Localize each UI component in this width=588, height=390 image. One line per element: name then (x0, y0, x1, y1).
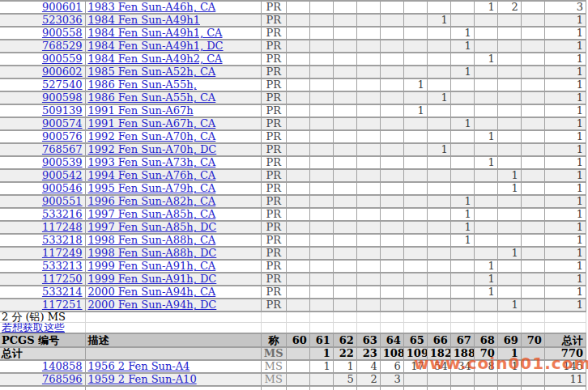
grade-count-cell (380, 40, 403, 53)
description-link[interactable]: 1994 Fen Sun-A76h, CA (88, 169, 216, 181)
grade-count-cell: 2 (356, 373, 380, 386)
pcgs-number-link[interactable]: 117248 (42, 221, 83, 233)
grade-count-cell (403, 312, 427, 323)
pcgs-number-link[interactable]: 768596 (42, 373, 83, 385)
grade-count-cell (403, 208, 427, 221)
pcgs-number-link[interactable]: 509139 (42, 104, 83, 117)
table-row: 9005391993 Fen Sun-A73h, CAPR11 (0, 156, 586, 169)
grade-count-cell (333, 260, 356, 273)
table-row: 9006021985 Fen Sun-A52h, CAPR11 (0, 66, 586, 78)
pcgs-number-link[interactable]: 900574 (42, 117, 83, 129)
description-link[interactable]: 1999 Fen Sun-A91h, CA (88, 260, 216, 272)
pcgs-number-link[interactable]: 117250 (42, 273, 83, 285)
description-link[interactable]: 1984 Fen Sun-A49h2, CA (88, 53, 223, 65)
description-link[interactable]: 1983 Fen Sun-A46h, CA (88, 1, 216, 13)
pcgs-number-link[interactable]: 900558 (42, 27, 83, 39)
grade-count-cell: 1 (497, 347, 521, 360)
description-link[interactable]: 1992 Fen Sun-A70h, CA (88, 130, 216, 142)
description-link[interactable]: 1999 Fen Sun-A91h, DC (88, 273, 217, 285)
pcgs-number-link[interactable]: 900576 (42, 130, 83, 142)
description-link[interactable]: 1986 Fen Sun-A55h, CA (88, 91, 216, 104)
pcgs-number-cell: 527540 (0, 78, 85, 91)
description-link[interactable]: 1991 Fen Sun-A67h (88, 104, 194, 117)
pcgs-number-link[interactable]: 900551 (42, 195, 83, 207)
pcgs-number-link[interactable]: 533218 (42, 234, 83, 246)
description-link[interactable]: 1985 Fen Sun-A52h, CA (88, 66, 216, 78)
pcgs-number-link[interactable]: 523036 (42, 14, 83, 26)
pcgs-number-cell: 900546 (0, 182, 85, 195)
grade-count-cell (427, 117, 450, 130)
description-link[interactable]: 1997 Fen Sun-A85h, DC (88, 221, 217, 233)
grade-count-cell: 1 (474, 260, 497, 273)
grade-count-cell (450, 323, 474, 334)
grade-count-cell (521, 247, 544, 260)
description-link[interactable]: 1984 Fen Sun-A49h1, DC (88, 40, 224, 52)
grade-designation-cell: PR (261, 117, 286, 130)
grade-count-cell (286, 78, 309, 91)
grade-count-cell (333, 91, 356, 104)
grade-count-cell (333, 195, 356, 208)
pcgs-number-link[interactable]: 900546 (42, 182, 83, 194)
description-link[interactable]: 1992 Fen Sun-A70h, DC (88, 143, 217, 155)
grade-count-cell (403, 156, 427, 169)
description-link[interactable]: 1986 Fen Sun-A55h, (88, 78, 197, 91)
pcgs-number-link[interactable]: 117251 (42, 299, 83, 311)
description-link[interactable]: 1984 Fen Sun-A49h1 (88, 14, 200, 26)
grade-count-cell (286, 273, 309, 286)
table-row: 5332142000 Fen Sun-A94h, CAPR11 (0, 286, 586, 299)
grade-count-cell (450, 1, 474, 14)
description-link[interactable]: 1995 Fen Sun-A79h, CA (88, 182, 216, 194)
table-row: 9005421994 Fen Sun-A76h, CAPR11 (0, 169, 586, 182)
total-cell: 770 (544, 347, 586, 360)
pcgs-number-link[interactable]: 900598 (42, 91, 83, 104)
grade-count-cell (380, 221, 403, 234)
pcgs-number-link[interactable]: 533216 (42, 208, 83, 220)
grade-count-cell (521, 104, 544, 117)
total-cell: 1 (544, 299, 586, 312)
pcgs-number-link[interactable]: 533213 (42, 260, 83, 272)
total-cell: 1 (544, 91, 586, 104)
grade-count-cell (450, 182, 474, 195)
grade-count-cell: 22 (333, 347, 356, 360)
pcgs-number-link[interactable]: 533214 (42, 286, 83, 298)
population-table: 9006011983 Fen Sun-A46h, CAPR12352303619… (0, 0, 586, 390)
pcgs-number-link[interactable]: 900602 (42, 66, 83, 78)
grade-designation-cell: PR (261, 130, 286, 143)
pcgs-number-link[interactable]: 117249 (42, 247, 83, 259)
table-row: 5275401986 Fen Sun-A55h,PR11 (0, 78, 586, 91)
pcgs-number-link[interactable]: 527540 (42, 78, 83, 91)
grade-count-cell (309, 299, 333, 312)
description-link[interactable]: 1993 Fen Sun-A73h, CA (88, 156, 216, 168)
grade-designation-cell: PR (261, 104, 286, 117)
grade-count-cell (309, 27, 333, 40)
pcgs-number-link[interactable]: 900601 (42, 1, 83, 13)
description-link[interactable]: 1998 Fen Sun-A88h, DC (88, 247, 217, 259)
grade-count-cell (474, 221, 497, 234)
description-cell: 1956 2 Fen Sun-A4 (85, 360, 261, 373)
grade-count-cell: 1 (497, 360, 521, 373)
description-link[interactable]: 1991 Fen Sun-A67h, CA (88, 117, 216, 129)
grade-count-cell (474, 40, 497, 53)
pcgs-number-link[interactable]: 768567 (42, 143, 83, 155)
grade-count-cell (356, 299, 380, 312)
description-link[interactable]: 1959 2 Fen Sun-A10 (88, 373, 197, 385)
description-link[interactable]: 1984 Fen Sun-A49h1, CA (88, 27, 223, 39)
description-link[interactable]: 1997 Fen Sun-A85h, CA (88, 208, 216, 220)
grade-count-cell (333, 323, 356, 334)
description-cell: 1984 Fen Sun-A49h1, DC (85, 40, 261, 53)
grade-count-cell (333, 247, 356, 260)
pcgs-number-link[interactable]: 768529 (42, 40, 83, 52)
grade-count-cell (333, 1, 356, 14)
get-prices-link[interactable]: 若想获取这些 (2, 323, 65, 334)
pcgs-number-link[interactable]: 900559 (42, 53, 83, 65)
description-link[interactable]: 2000 Fen Sun-A94h, DC (88, 299, 217, 311)
description-link[interactable]: 1996 Fen Sun-A82h, CA (88, 195, 216, 207)
description-link[interactable]: 1956 2 Fen Sun-A4 (88, 360, 190, 372)
pcgs-number-link[interactable]: 140858 (42, 360, 83, 372)
description-link[interactable]: 1998 Fen Sun-A88h, CA (88, 234, 216, 246)
description-link[interactable]: 2000 Fen Sun-A94h, CA (88, 286, 216, 298)
grade-count-cell (309, 104, 333, 117)
pcgs-number-link[interactable]: 900539 (42, 156, 83, 168)
grade-designation-cell: PR (261, 66, 286, 78)
pcgs-number-link[interactable]: 900542 (42, 169, 83, 181)
